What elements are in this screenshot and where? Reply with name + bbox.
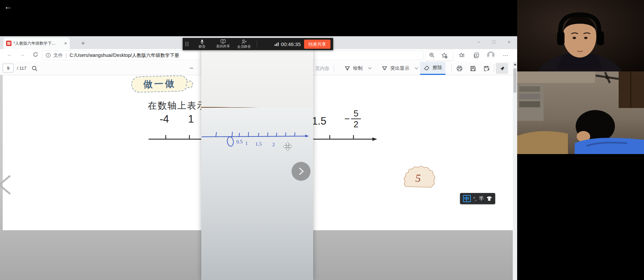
screen-share-icon bbox=[221, 39, 226, 44]
mute-all-icon bbox=[242, 39, 247, 44]
toolbar-divider bbox=[452, 64, 452, 72]
highlight-label: 突出显示 bbox=[390, 65, 409, 71]
ime-language-mode[interactable]: 中 bbox=[463, 195, 471, 202]
address-divider: | bbox=[66, 53, 67, 58]
window-restore-button[interactable]: □ bbox=[487, 36, 501, 48]
move-cursor bbox=[283, 142, 292, 151]
svg-text:2: 2 bbox=[272, 142, 275, 147]
nav-forward-icon[interactable]: → bbox=[20, 51, 25, 58]
headphone-cup-right bbox=[597, 31, 604, 45]
address-scheme-label: 文件 bbox=[53, 52, 63, 59]
profile-avatar[interactable] bbox=[486, 51, 495, 60]
page-number-input[interactable] bbox=[3, 64, 14, 72]
new-tab-button[interactable]: + bbox=[81, 39, 85, 48]
search-icon[interactable] bbox=[30, 64, 39, 72]
highlight-button[interactable]: 突出显示 bbox=[378, 62, 421, 75]
headphone-cup-left bbox=[557, 31, 565, 45]
chevron-right-icon bbox=[297, 167, 305, 176]
browser-more-icon[interactable]: ⋯ bbox=[501, 51, 510, 60]
ime-skin-shirt-icon[interactable] bbox=[486, 196, 492, 201]
new-share-label: 新的共享 bbox=[216, 44, 230, 49]
ceiling bbox=[517, 71, 595, 83]
previous-page-chevron[interactable] bbox=[0, 174, 12, 197]
participant-video-panel bbox=[517, 0, 644, 280]
number-neg4: -4 bbox=[160, 113, 169, 125]
draw-button[interactable]: 绘制 bbox=[341, 62, 374, 75]
svg-text:1.5: 1.5 bbox=[255, 141, 262, 147]
page-total-label: / 117 bbox=[17, 66, 26, 71]
activity-bubble-label: 做一做 bbox=[143, 78, 176, 91]
toolbar-divider bbox=[334, 64, 334, 72]
toolbar-divider bbox=[494, 64, 494, 72]
address-url: C:/Users/wangshuai/Desktop/人教版六年级数学下册 bbox=[70, 52, 179, 59]
fraction-denominator: 2 bbox=[353, 119, 358, 129]
favorites-bar-icon[interactable] bbox=[457, 51, 466, 60]
meeting-share-toolbar: 静音 新的共享 全员静音 00:46:35 结束共享 bbox=[183, 38, 333, 50]
collections-icon[interactable] bbox=[472, 51, 481, 60]
zoom-out-icon[interactable]: − bbox=[189, 64, 193, 72]
highlighter-icon bbox=[382, 65, 388, 71]
share-timer: 00:46:35 bbox=[281, 41, 301, 47]
person2-blue-shirt bbox=[575, 138, 644, 154]
read-aloud-label-truncated[interactable]: 页内容 bbox=[315, 66, 329, 72]
save-icon[interactable] bbox=[469, 64, 477, 72]
drag-handle[interactable] bbox=[185, 42, 188, 46]
activity-bubble: 做一做 bbox=[131, 75, 188, 93]
new-share-button[interactable]: 新的共享 bbox=[213, 39, 234, 49]
zoom-page-icon[interactable] bbox=[428, 51, 436, 60]
mute-button[interactable]: 静音 bbox=[192, 39, 213, 49]
ime-width-mode[interactable]: 半 bbox=[479, 195, 484, 202]
tab-close-icon[interactable]: × bbox=[64, 41, 67, 46]
signal-bars-icon bbox=[274, 42, 279, 46]
svg-text:1: 1 bbox=[245, 141, 248, 146]
browser-tab[interactable]: *人教版六年级数学下册电子课本 × bbox=[3, 38, 70, 49]
print-icon[interactable] bbox=[455, 64, 463, 72]
activity-bubble-tail bbox=[186, 81, 193, 88]
fraction-neg-5-2: − 5 2 bbox=[344, 108, 361, 129]
microphone-icon bbox=[200, 39, 204, 44]
mute-all-button[interactable]: 全员静音 bbox=[234, 39, 255, 49]
info-icon bbox=[46, 53, 51, 58]
eraser-icon bbox=[423, 65, 430, 71]
screen: ← *人教版六年级数学下册电子课本 × + − □ × ← → 文件 | C:/… bbox=[0, 0, 644, 280]
chevron-down-icon[interactable] bbox=[415, 66, 418, 69]
window-minimize-button[interactable]: − bbox=[472, 36, 486, 48]
pin-toolbar-button[interactable] bbox=[496, 63, 508, 74]
number-1-5: 1.5 bbox=[312, 115, 326, 127]
pin-icon bbox=[499, 66, 505, 71]
end-share-button[interactable]: 结束共享 bbox=[304, 40, 330, 49]
chair bbox=[517, 131, 568, 154]
page-badge: 5 bbox=[415, 172, 421, 184]
erase-button[interactable]: 擦除 bbox=[420, 62, 445, 75]
pdf-file-icon bbox=[6, 41, 12, 46]
scrollbar-up-arrow[interactable] bbox=[514, 63, 516, 65]
mute-all-label: 全员静音 bbox=[237, 44, 251, 49]
erase-label: 擦除 bbox=[433, 65, 442, 71]
scrollbar-thumb[interactable] bbox=[513, 68, 516, 93]
pen-icon bbox=[344, 65, 350, 71]
number-1: 1 bbox=[188, 113, 194, 125]
pdf-scrollbar[interactable] bbox=[513, 62, 517, 280]
add-favorite-icon[interactable] bbox=[440, 51, 448, 60]
nav-back-icon[interactable]: ← bbox=[7, 51, 13, 58]
ime-status-bar[interactable]: 中 °, 半 bbox=[460, 193, 495, 204]
handwritten-number-line: 0.5 1 1.5 2 bbox=[201, 127, 313, 158]
refresh-icon[interactable] bbox=[32, 51, 39, 59]
participant-video-1 bbox=[517, 0, 644, 71]
save-as-icon[interactable] bbox=[482, 64, 490, 72]
exercise-prompt: 在数轴上表示 bbox=[148, 100, 207, 112]
draw-label: 绘制 bbox=[353, 65, 363, 71]
mute-label: 静音 bbox=[199, 44, 206, 49]
tab-title: *人教版六年级数学下册电子课本 bbox=[14, 41, 58, 46]
fraction-sign: − bbox=[344, 113, 350, 124]
window-close-button[interactable]: × bbox=[502, 36, 516, 48]
meetbar-divider bbox=[257, 41, 257, 47]
svg-text:0.5: 0.5 bbox=[236, 139, 243, 145]
next-page-button[interactable] bbox=[292, 162, 310, 181]
system-back-icon[interactable]: ← bbox=[4, 2, 12, 11]
chevron-down-icon[interactable] bbox=[368, 66, 372, 69]
fraction-numerator: 5 bbox=[351, 108, 361, 119]
ime-punctuation-mode[interactable]: °, bbox=[473, 196, 477, 201]
participant-video-2 bbox=[517, 71, 644, 154]
phone-video-wall bbox=[201, 50, 313, 108]
